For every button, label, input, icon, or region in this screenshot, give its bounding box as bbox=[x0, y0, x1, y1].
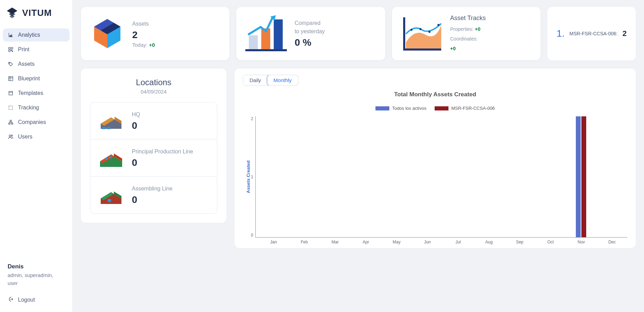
svg-rect-41 bbox=[105, 158, 108, 160]
month-col bbox=[534, 116, 565, 237]
chart-line-icon bbox=[8, 32, 14, 38]
y-tick: 2 bbox=[251, 116, 253, 121]
month-col bbox=[472, 116, 504, 237]
rank-card: 1. MSR-FSR-CCSA-006: 2 bbox=[547, 7, 636, 60]
templates-icon bbox=[8, 90, 14, 96]
x-tick: Sep bbox=[504, 240, 535, 244]
legend-item-series2[interactable]: MSR-FSR-CCSA-006 bbox=[435, 106, 495, 111]
legend-swatch-all bbox=[375, 106, 389, 110]
location-count: 0 bbox=[132, 120, 140, 131]
rank-label: MSR-FSR-CCSA-006: bbox=[569, 30, 617, 37]
svg-rect-27 bbox=[403, 17, 405, 51]
user-name: Denis bbox=[8, 263, 65, 270]
svg-rect-6 bbox=[11, 50, 12, 51]
building-icon bbox=[97, 146, 125, 170]
svg-point-8 bbox=[9, 63, 10, 63]
rank-index: 1. bbox=[556, 28, 564, 39]
sidebar-item-label: Templates bbox=[18, 90, 43, 96]
blueprint-icon bbox=[8, 75, 14, 82]
location-name: Principal Production Line bbox=[132, 148, 193, 155]
x-tick: Apr bbox=[351, 240, 381, 244]
compared-value: 0 % bbox=[294, 37, 325, 48]
main: Assets 2 Today: +0 bbox=[73, 0, 644, 312]
sidebar-item-label: Analytics bbox=[18, 32, 40, 38]
tab-daily[interactable]: Daily bbox=[243, 75, 267, 85]
svg-point-16 bbox=[11, 135, 12, 136]
tracks-coords-label: Coordinates: bbox=[450, 35, 486, 43]
svg-rect-37 bbox=[107, 127, 110, 129]
svg-rect-25 bbox=[274, 19, 283, 49]
svg-point-32 bbox=[437, 24, 439, 26]
svg-rect-28 bbox=[403, 48, 441, 51]
logout-button[interactable]: Logout bbox=[3, 291, 70, 306]
svg-rect-36 bbox=[102, 127, 106, 129]
compared-line1: Compared bbox=[294, 19, 325, 27]
legend-label-all: Todos los activos bbox=[392, 106, 426, 111]
tracks-coords-delta: +0 bbox=[450, 46, 456, 51]
svg-point-31 bbox=[428, 31, 430, 33]
assets-card: Assets 2 Today: +0 bbox=[81, 7, 229, 60]
svg-rect-10 bbox=[9, 91, 13, 95]
legend-item-all[interactable]: Todos los activos bbox=[375, 106, 426, 111]
building-icon bbox=[97, 183, 125, 207]
sidebar-item-blueprint[interactable]: Blueprint bbox=[3, 72, 70, 85]
chart-xaxis: JanFebMarAprMayJunJulAugSepOctNovDec bbox=[258, 240, 627, 244]
tab-monthly[interactable]: Monthly bbox=[267, 75, 298, 86]
locations-list: HQ0Principal Production Line0Assembling … bbox=[90, 102, 217, 214]
chart-yaxis: 210 bbox=[251, 116, 255, 238]
chart-bar bbox=[576, 116, 581, 237]
svg-rect-7 bbox=[12, 51, 13, 52]
assets-label: Assets bbox=[132, 20, 155, 28]
sidebar-item-tracking[interactable]: Tracking bbox=[3, 101, 70, 114]
sidebar-item-users[interactable]: Users bbox=[3, 130, 70, 143]
chart-bar bbox=[581, 116, 586, 237]
location-item[interactable]: Principal Production Line0 bbox=[90, 140, 217, 177]
x-tick: Jan bbox=[258, 240, 289, 244]
tracking-icon bbox=[8, 105, 14, 111]
logout-label: Logout bbox=[18, 297, 35, 303]
x-tick: May bbox=[381, 240, 412, 244]
sidebar-item-templates[interactable]: Templates bbox=[3, 87, 70, 100]
tracks-card: Asset Tracks Properties: +0 Coordinates:… bbox=[392, 7, 541, 60]
user-roles: admin, superadmin, user bbox=[8, 271, 65, 287]
chart-plot-area: Assets Created 210 bbox=[243, 116, 627, 238]
month-col bbox=[597, 116, 628, 237]
svg-rect-9 bbox=[9, 77, 13, 81]
y-tick: 1 bbox=[251, 175, 253, 179]
tracks-properties: Properties: +0 bbox=[450, 25, 486, 34]
x-tick: Oct bbox=[535, 240, 566, 244]
sidebar-item-label: Assets bbox=[18, 61, 35, 67]
month-col bbox=[442, 116, 473, 237]
x-tick: Nov bbox=[566, 240, 597, 244]
svg-rect-13 bbox=[9, 123, 10, 124]
sidebar-item-companies[interactable]: Companies bbox=[3, 116, 70, 129]
chart-title: Total Monthly Assets Created bbox=[243, 91, 627, 98]
location-item[interactable]: HQ0 bbox=[90, 102, 217, 140]
users-icon bbox=[8, 134, 14, 140]
chart-plot bbox=[255, 116, 627, 238]
building-icon bbox=[97, 109, 125, 133]
sidebar-item-label: Users bbox=[18, 134, 33, 140]
tracks-title: Asset Tracks bbox=[450, 15, 486, 22]
svg-rect-12 bbox=[10, 120, 11, 121]
svg-rect-46 bbox=[108, 199, 111, 202]
sitemap-icon bbox=[8, 119, 14, 125]
nav: AnalyticsPrintAssetsBlueprintTemplatesTr… bbox=[3, 28, 70, 143]
tag-icon bbox=[8, 61, 14, 67]
sidebar-item-analytics[interactable]: Analytics bbox=[3, 28, 70, 42]
svg-point-30 bbox=[419, 28, 421, 30]
sidebar-item-print[interactable]: Print bbox=[3, 43, 70, 56]
x-tick: Jun bbox=[412, 240, 443, 244]
svg-rect-14 bbox=[11, 123, 13, 124]
location-count: 0 bbox=[132, 194, 172, 205]
chart-card: Daily Monthly Total Monthly Assets Creat… bbox=[235, 69, 636, 248]
sidebar-item-label: Tracking bbox=[18, 105, 39, 111]
chart-ylabel: Assets Created bbox=[243, 116, 251, 238]
sidebar: VITUM AnalyticsPrintAssetsBlueprintTempl… bbox=[0, 0, 73, 312]
svg-rect-42 bbox=[109, 157, 112, 158]
location-item[interactable]: Assembling Line0 bbox=[90, 177, 217, 213]
qr-icon bbox=[8, 46, 14, 53]
locations-card: Locations 04/09/2024 HQ0Principal Produc… bbox=[81, 69, 226, 223]
brand-name: VITUM bbox=[22, 8, 52, 18]
sidebar-item-assets[interactable]: Assets bbox=[3, 57, 70, 71]
